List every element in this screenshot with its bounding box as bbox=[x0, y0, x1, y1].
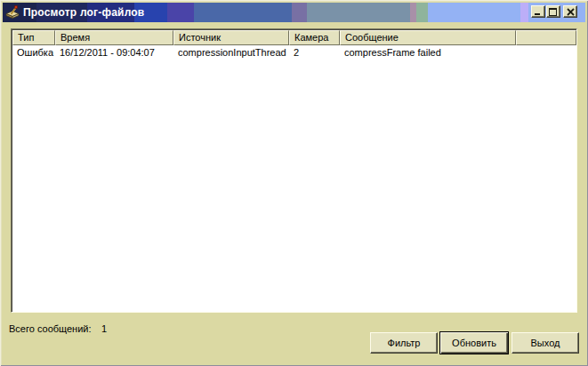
window-title: Просмотр лог-файлов bbox=[23, 6, 144, 19]
close-button[interactable] bbox=[563, 5, 577, 18]
maximize-button[interactable] bbox=[546, 5, 560, 18]
table-row[interactable]: Ошибка 16/12/2011 - 09:04:07 compression… bbox=[12, 47, 576, 60]
exit-button[interactable]: Выход bbox=[511, 332, 579, 354]
cell-type: Ошибка bbox=[12, 47, 55, 60]
cell-message: compressFrame failed bbox=[340, 47, 516, 60]
close-icon bbox=[567, 8, 575, 16]
column-header-source[interactable]: Источник bbox=[173, 30, 289, 45]
column-header-type[interactable]: Тип bbox=[12, 30, 55, 45]
table-header: Тип Время Источник Камера Сообщение bbox=[12, 30, 576, 46]
window-controls bbox=[531, 5, 577, 18]
column-header-time[interactable]: Время bbox=[55, 30, 173, 45]
log-viewer-window: Просмотр лог-файлов Т bbox=[0, 0, 588, 366]
minimize-button[interactable] bbox=[531, 5, 545, 18]
refresh-button[interactable]: Обновить bbox=[439, 331, 509, 354]
titlebar[interactable]: Просмотр лог-файлов bbox=[3, 3, 585, 22]
maximize-icon bbox=[549, 8, 558, 16]
minimize-icon bbox=[534, 8, 543, 16]
total-messages-label: Всего сообщений: bbox=[9, 323, 92, 334]
cell-empty bbox=[516, 47, 576, 60]
log-table: Тип Время Источник Камера Сообщение Ошиб… bbox=[11, 28, 577, 313]
log-notepad-icon bbox=[5, 5, 20, 20]
cell-time: 16/12/2011 - 09:04:07 bbox=[55, 47, 173, 60]
cell-source: compressionInputThread bbox=[173, 47, 289, 60]
column-header-camera[interactable]: Камера bbox=[289, 30, 340, 45]
column-header-empty[interactable] bbox=[516, 30, 576, 45]
total-messages-count: 1 bbox=[101, 323, 107, 334]
cell-camera: 2 bbox=[289, 47, 340, 60]
filter-button[interactable]: Фильтр bbox=[370, 332, 438, 354]
column-header-message[interactable]: Сообщение bbox=[340, 30, 516, 45]
